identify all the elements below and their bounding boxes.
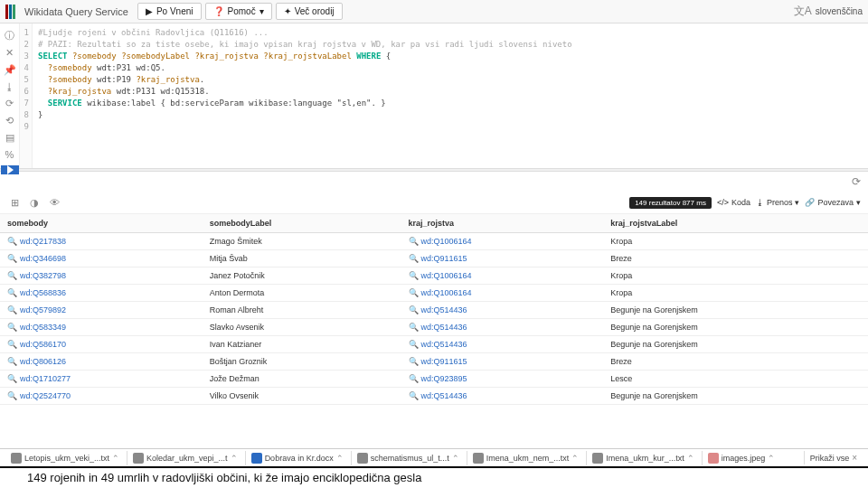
label-cell: Anton Dermota [203, 285, 401, 302]
file-icon [133, 453, 144, 464]
label-cell: Breze [603, 250, 868, 267]
table-row: 🔍wd:Q568836Anton Dermota🔍wd:Q1006164Krop… [0, 285, 868, 302]
entity-link[interactable]: 🔍wd:Q568836 [7, 288, 66, 297]
label-cell: Jože Dežman [203, 371, 401, 388]
column-header[interactable]: kraj_rojstva [401, 214, 604, 233]
entity-link[interactable]: 🔍wd:Q806126 [7, 357, 66, 366]
label-cell: Zmago Šmitek [203, 233, 401, 250]
column-header[interactable]: somebody [0, 214, 203, 233]
table-row: 🔍wd:Q1710277Jože Dežman🔍wd:Q923895Lesce [0, 371, 868, 388]
play-button[interactable] [1, 165, 19, 174]
taskbar-item[interactable]: schematismus_ul_t...t⌃ [351, 451, 465, 465]
left-rail: ⓘ ✕ 📌 ⭳ ⟳ ⟲ ▤ % [0, 23, 20, 168]
table-row: 🔍wd:Q806126Boštjan Groznik🔍wd:Q911615Bre… [0, 353, 868, 371]
file-icon [592, 453, 603, 464]
code-editor[interactable]: #Ljudje rojeni v občini Radovljica (Q116… [33, 23, 868, 168]
taskbar-item[interactable]: Imena_ukm_kur_...txt⌃ [586, 451, 700, 465]
entity-link[interactable]: 🔍wd:Q346698 [7, 254, 66, 263]
table-row: 🔍wd:Q586170Ivan Katzianer🔍wd:Q514436Begu… [0, 336, 868, 353]
restore-bar: ⟳ [0, 172, 868, 192]
play-icon [7, 165, 14, 174]
more-tools-button[interactable]: ✦ Več orodij [276, 3, 343, 20]
download-results[interactable]: ⭳ Prenos ▾ [756, 198, 800, 207]
link-results[interactable]: 🔗 Povezava ▾ [805, 198, 861, 207]
pin-icon[interactable]: 📌 [4, 64, 16, 76]
wikidata-logo [5, 5, 15, 19]
results-table: somebodysomebodyLabelkraj_rojstvakraj_ro… [0, 214, 868, 405]
link-icon[interactable]: % [4, 149, 16, 160]
entity-link[interactable]: 🔍wd:Q586170 [7, 340, 66, 349]
restore-icon[interactable]: ⟳ [852, 175, 861, 188]
image-view-icon[interactable]: ◑ [27, 195, 42, 210]
entity-link[interactable]: 🔍wd:Q579892 [7, 305, 66, 314]
label-cell: Lesce [603, 371, 868, 388]
language-icon: 文A [794, 4, 812, 19]
label-cell: Begunje na Gorenjskem [603, 388, 868, 405]
table-row: 🔍wd:Q579892Roman Albreht🔍wd:Q514436Begun… [0, 302, 868, 319]
entity-link[interactable]: 🔍wd:Q514436 [409, 323, 467, 332]
table-row: 🔍wd:Q583349Slavko Avsenik🔍wd:Q514436Begu… [0, 319, 868, 336]
entity-link[interactable]: 🔍wd:Q911615 [409, 357, 467, 366]
code-toggle[interactable]: </> Koda [717, 198, 750, 207]
entity-link[interactable]: 🔍wd:Q911615 [409, 254, 467, 263]
entity-link[interactable]: 🔍wd:Q923895 [409, 374, 467, 383]
label-cell: Janez Potočnik [203, 267, 401, 285]
run-button[interactable]: ▶ Po Vneni [137, 3, 202, 20]
code-icon[interactable]: ⟳ [4, 98, 16, 109]
shuffle-icon[interactable]: ✕ [4, 47, 16, 59]
column-header[interactable]: somebodyLabel [203, 214, 401, 233]
label-cell: Kropa [603, 233, 868, 250]
column-header[interactable]: kraj_rojstvaLabel [603, 214, 868, 233]
file-icon [473, 453, 484, 464]
label-cell: Kropa [603, 267, 868, 285]
label-cell: Kropa [603, 285, 868, 302]
entity-link[interactable]: 🔍wd:Q514436 [409, 340, 467, 349]
label-cell: Begunje na Gorenjskem [603, 336, 868, 353]
list-icon[interactable]: ▤ [4, 132, 16, 144]
entity-link[interactable]: 🔍wd:Q1006164 [409, 271, 472, 280]
entity-link[interactable]: 🔍wd:Q1710277 [7, 374, 71, 383]
download-icon[interactable]: ⭳ [4, 81, 16, 92]
eye-icon[interactable]: 👁 [47, 195, 61, 210]
help-button[interactable]: ❓ Pomoč ▾ [205, 3, 272, 20]
taskbar-item[interactable]: images.jpeg⌃ [702, 451, 781, 465]
app-header: Wikidata Query Service ▶ Po Vneni ❓ Pomo… [0, 0, 868, 23]
taskbar-item[interactable]: Dobrava in Kr.docx⌃ [245, 451, 349, 465]
label-cell: Begunje na Gorenjskem [603, 302, 868, 319]
editor-area: ⓘ ✕ 📌 ⭳ ⟳ ⟲ ▤ % 123456789 #Ljudje rojeni… [0, 23, 868, 168]
slide-caption: 149 rojenih in 49 umrlih v radovljiški o… [0, 466, 868, 488]
entity-link[interactable]: 🔍wd:Q2524770 [7, 391, 71, 400]
file-icon [251, 453, 262, 464]
table-row: 🔍wd:Q2524770Vilko Ovsenik🔍wd:Q514436Begu… [0, 388, 868, 405]
close-icon[interactable]: × [852, 453, 857, 463]
label-cell: Boštjan Groznik [203, 353, 401, 371]
show-all-button[interactable]: Prikaži vse × [804, 451, 863, 465]
label-cell: Begunje na Gorenjskem [603, 319, 868, 336]
taskbar-item[interactable]: Letopis_ukm_veki_...txt⌃ [5, 451, 125, 465]
entity-link[interactable]: 🔍wd:Q1006164 [409, 237, 472, 246]
taskbar: Letopis_ukm_veki_...txt⌃Koledar_ukm_vepi… [0, 448, 868, 466]
line-gutter: 123456789 [20, 23, 33, 168]
entity-link[interactable]: 🔍wd:Q1006164 [409, 288, 472, 297]
table-row: 🔍wd:Q217838Zmago Šmitek🔍wd:Q1006164Kropa [0, 233, 868, 250]
entity-link[interactable]: 🔍wd:Q217838 [7, 237, 66, 246]
entity-link[interactable]: 🔍wd:Q514436 [409, 391, 467, 400]
taskbar-item[interactable]: Koledar_ukm_vepi_...t⌃ [127, 451, 243, 465]
label-cell: Slavko Avsenik [203, 319, 401, 336]
history-icon[interactable]: ⟲ [4, 115, 16, 127]
entity-link[interactable]: 🔍wd:Q583349 [7, 323, 66, 332]
label-cell: Mitja Švab [203, 250, 401, 267]
file-icon [357, 453, 368, 464]
table-view-icon[interactable]: ⊞ [7, 195, 22, 210]
table-row: 🔍wd:Q346698Mitja Švab🔍wd:Q911615Breze [0, 250, 868, 267]
taskbar-item[interactable]: Imena_ukm_nem_...txt⌃ [467, 451, 585, 465]
file-icon [11, 453, 22, 464]
results-toolbar: ⊞ ◑ 👁 149 rezultatov 877 ms </> Koda ⭳ P… [0, 192, 868, 214]
entity-link[interactable]: 🔍wd:Q382798 [7, 271, 66, 280]
language-selector[interactable]: 文Aslovenščina [794, 4, 863, 19]
result-count-badge: 149 rezultatov 877 ms [629, 197, 712, 209]
brand-name: Wikidata Query Service [19, 6, 134, 17]
info-icon[interactable]: ⓘ [4, 29, 16, 42]
entity-link[interactable]: 🔍wd:Q514436 [409, 305, 467, 314]
file-icon [708, 453, 719, 464]
